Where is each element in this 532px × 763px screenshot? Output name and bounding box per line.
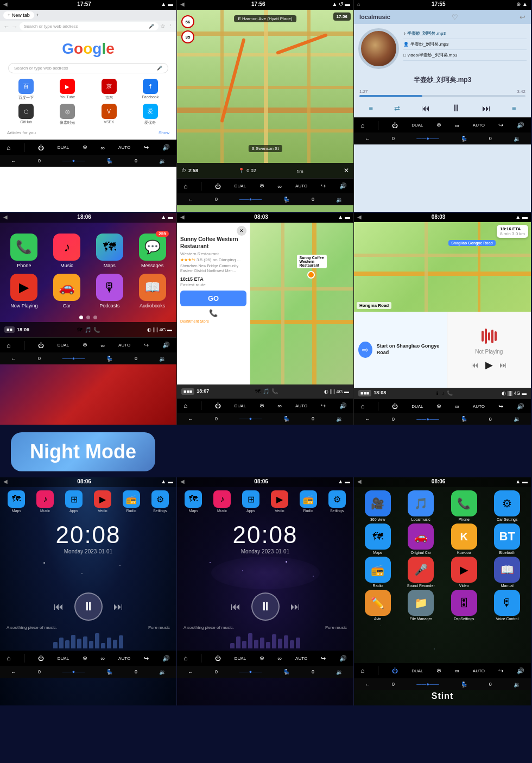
progress-track[interactable]	[359, 95, 525, 97]
back-arrow[interactable]: ◀	[3, 1, 8, 9]
na-radio[interactable]: 📻 Radio	[357, 557, 398, 588]
cp-app-car[interactable]: 🚗 Car	[48, 274, 86, 308]
shortcut-baiduitem[interactable]: 百 百度一下	[7, 79, 45, 100]
menu-icon[interactable]: ⋮	[167, 23, 173, 30]
power-icon[interactable]: ⏻	[38, 144, 44, 151]
bookmark-icon[interactable]: ☆	[160, 23, 166, 30]
nh1-radio-app[interactable]: 📻 Radio	[123, 490, 140, 513]
na-car-settings[interactable]: ⚙ Car Settings	[487, 490, 528, 521]
new-tab-icon[interactable]: +	[36, 12, 39, 18]
nh2-maps-app[interactable]: 🗺 Maps	[185, 490, 202, 513]
shortcut-iqiyi[interactable]: 爱 爱优奇	[131, 104, 169, 125]
vol-icon[interactable]: 🔊	[162, 144, 170, 151]
nav-back[interactable]: ◀	[180, 1, 185, 9]
nh2-vedio-app[interactable]: ▶ Vedio	[271, 490, 288, 513]
back-icon2[interactable]: ←	[11, 158, 16, 164]
cp-app-phone[interactable]: 📞 Phone	[5, 234, 43, 268]
nh2-play-btn[interactable]: ⏸	[251, 592, 280, 621]
shortcut-github[interactable]: ⬡ GitHub	[7, 104, 45, 125]
prev-icon[interactable]: ⏮	[421, 104, 430, 113]
address-bar[interactable]: Search or type web address 🎤	[20, 22, 159, 30]
progress-fill	[359, 95, 422, 97]
nh1-next-btn[interactable]: ⏭	[113, 601, 123, 613]
dual-label: DUAL	[58, 145, 69, 150]
na-kuwooo[interactable]: K Kuwooo	[444, 524, 485, 554]
media-prev[interactable]: ⏮	[471, 361, 479, 369]
snow-icon[interactable]: ❄	[83, 144, 87, 151]
google-search-bar[interactable]: Search or type web address 🎤	[8, 63, 168, 73]
na-voice-control[interactable]: 🎙 Voice Control	[487, 590, 528, 621]
nh2-prev-btn[interactable]: ⏮	[231, 601, 240, 613]
nh2-next-btn[interactable]: ⏭	[290, 601, 300, 613]
nh1-play-btn[interactable]: ⏸	[74, 592, 103, 621]
equalizer-icon[interactable]: ≡	[512, 104, 516, 112]
shortcut-jd[interactable]: 京 京东	[90, 79, 128, 100]
na-stint-label: Stint	[432, 691, 454, 701]
na-maps[interactable]: 🗺 Maps	[357, 524, 398, 554]
na-video[interactable]: ▶ Video	[444, 557, 485, 588]
nh2-radio-app[interactable]: 📻 Radio	[300, 490, 317, 513]
na-phone[interactable]: 📞 Phone	[444, 490, 485, 521]
cp-app-nowplaying[interactable]: ▶ Now Playing	[5, 274, 43, 308]
seat-icon[interactable]: 💺	[106, 158, 113, 164]
na-original-car[interactable]: 🚗 Original Car	[401, 524, 442, 554]
pause-icon[interactable]: ⏸	[451, 103, 461, 114]
shortcut-youtube[interactable]: ▶ YouTube	[48, 79, 86, 100]
music-item-2[interactable]: 👤半壶纱_刘珂矣.mp3	[403, 39, 527, 50]
back-nav[interactable]: ←	[3, 23, 10, 30]
list-icon[interactable]: ≡	[369, 104, 373, 112]
temp-slider[interactable]: ——●——	[62, 158, 85, 163]
venue-close-btn[interactable]: ✕	[237, 226, 246, 236]
cpsplit-map[interactable]: Shagliao Gongye Road Hongma Road 18:16 E…	[354, 222, 531, 312]
media-next[interactable]: ⏭	[499, 361, 507, 369]
shortcut-vsex[interactable]: V VSEX	[90, 104, 128, 125]
nav-map[interactable]: 56 35 S Swenson St E Harmon Ave (Hyatt P…	[177, 10, 353, 163]
nh1-settings-app[interactable]: ⚙ Settings	[151, 490, 169, 513]
shuffle-icon[interactable]: ⇄	[394, 104, 400, 112]
music-item-1[interactable]: ♪半壶纱_刘珂矣.mp3	[403, 28, 527, 39]
cp-app-audiobooks[interactable]: 📖 Audiobooks	[134, 274, 171, 308]
dist1: 0:02	[246, 168, 256, 173]
na-manual[interactable]: 📖 Manual	[487, 557, 528, 588]
na-360view[interactable]: 🎥 360 view	[357, 490, 398, 521]
vol-down[interactable]: 🔉	[159, 158, 166, 164]
forward-nav[interactable]: →	[11, 23, 18, 30]
nh2-apps-app[interactable]: ⊞ Apps	[242, 490, 259, 513]
na-bluetooth[interactable]: BT Bluetooth	[487, 524, 528, 554]
cp-app-maps[interactable]: 🗺 Maps	[91, 234, 129, 268]
nh2-settings-app[interactable]: ⚙ Settings	[328, 490, 346, 513]
cp-app-music[interactable]: ♪ Music	[48, 234, 86, 268]
music-item-3[interactable]: □video/半壶纱_刘珂矣.mp3	[403, 50, 527, 61]
na-file-manager[interactable]: 📁 File Manager	[401, 590, 442, 621]
na-avin[interactable]: ✏️ Avin	[357, 590, 398, 621]
nh2-music-app[interactable]: ♪ Music	[213, 490, 231, 513]
arrow-icon[interactable]: ↪	[144, 144, 149, 151]
na-dsp-settings[interactable]: 🎛 DspSettings	[444, 590, 485, 621]
eta-box: 17:56	[333, 12, 351, 21]
nh1-apps-app[interactable]: ⊞ Apps	[65, 490, 83, 513]
nh1-vedio-app[interactable]: ▶ Vedio	[94, 490, 111, 513]
show-link[interactable]: Show	[159, 130, 169, 135]
cpnav-map[interactable]: Sunny CoffeeWesternRestaurant	[250, 223, 353, 385]
loop-icon[interactable]: ∞	[101, 144, 105, 151]
shortcut-facebook[interactable]: f Facebook	[131, 79, 169, 100]
chrome-tab[interactable]: + New tab	[3, 11, 34, 19]
go-button[interactable]: GO	[180, 291, 246, 306]
home-icon[interactable]: ⌂	[7, 144, 10, 152]
cp-back[interactable]: ◀	[3, 214, 8, 222]
nh1-music-app[interactable]: ♪ Music	[36, 490, 54, 513]
na-sound-recorder[interactable]: 🎤 Sound Recorder	[401, 557, 442, 588]
cp-app-messages[interactable]: 💬 259 Messages	[134, 234, 171, 268]
music-back[interactable]: ⌂	[357, 1, 360, 9]
music-back-icon[interactable]: ↩	[520, 13, 525, 21]
nh1-prev-btn[interactable]: ⏮	[54, 601, 64, 613]
close-nav-icon[interactable]: ✕	[344, 167, 349, 174]
call-icon[interactable]: 📞	[180, 309, 246, 317]
media-play[interactable]: ▶	[485, 359, 493, 371]
nh1-maps-app[interactable]: 🗺 Maps	[8, 490, 25, 513]
music-heart-icon[interactable]: ♡	[452, 13, 458, 21]
cp-app-podcasts[interactable]: 🎙 Podcasts	[91, 274, 129, 308]
na-localmusic[interactable]: 🎵 Localmusic	[401, 490, 442, 521]
shortcut-pixel[interactable]: ◎ 像素时光	[48, 104, 86, 125]
next-icon[interactable]: ⏭	[482, 104, 491, 113]
